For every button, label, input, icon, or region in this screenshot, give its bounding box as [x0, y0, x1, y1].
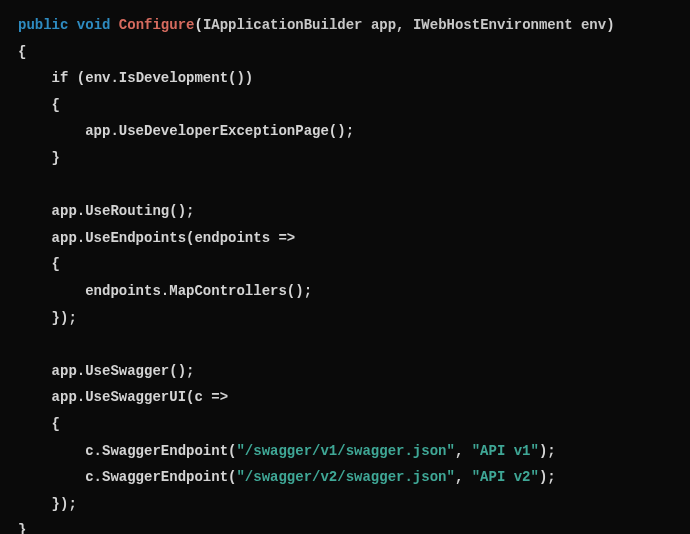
- code-block: public void Configure(IApplicationBuilde…: [18, 12, 672, 534]
- method-name: Configure: [119, 17, 195, 33]
- string-literal: "API v2": [472, 469, 539, 485]
- code-line: app.UseEndpoints(endpoints =>: [18, 230, 295, 246]
- code-line: });: [18, 310, 77, 326]
- param2-type: IWebHostEnvironment: [405, 17, 573, 33]
- code-line: app.UseRouting();: [18, 203, 194, 219]
- string-literal: "/swagger/v2/swagger.json": [236, 469, 454, 485]
- paren-close: ): [606, 17, 614, 33]
- code-line: {: [18, 416, 60, 432]
- if-condition: (env.IsDevelopment()): [68, 70, 253, 86]
- keyword-if: if: [52, 70, 69, 86]
- code-text: );: [539, 443, 556, 459]
- param1-name: app,: [363, 17, 405, 33]
- code-line: }: [18, 150, 60, 166]
- keyword-void: void: [77, 17, 111, 33]
- code-line: app.UseSwaggerUI(c =>: [18, 389, 228, 405]
- code-text: ,: [455, 443, 472, 459]
- code-text: c.SwaggerEndpoint(: [18, 443, 236, 459]
- param2-name: env: [573, 17, 607, 33]
- string-literal: "/swagger/v1/swagger.json": [236, 443, 454, 459]
- code-line: });: [18, 496, 77, 512]
- code-line: {: [18, 97, 60, 113]
- code-text: c.SwaggerEndpoint(: [18, 469, 236, 485]
- paren-open: (: [194, 17, 202, 33]
- code-text: );: [539, 469, 556, 485]
- code-line: app.UseDeveloperExceptionPage();: [18, 123, 354, 139]
- code-line: app.UseSwagger();: [18, 363, 194, 379]
- string-literal: "API v1": [472, 443, 539, 459]
- keyword-public: public: [18, 17, 68, 33]
- brace-close: }: [18, 522, 26, 534]
- code-line: {: [18, 256, 60, 272]
- brace-open: {: [18, 44, 26, 60]
- code-line: endpoints.MapControllers();: [18, 283, 312, 299]
- code-text: ,: [455, 469, 472, 485]
- param1-type: IApplicationBuilder: [203, 17, 363, 33]
